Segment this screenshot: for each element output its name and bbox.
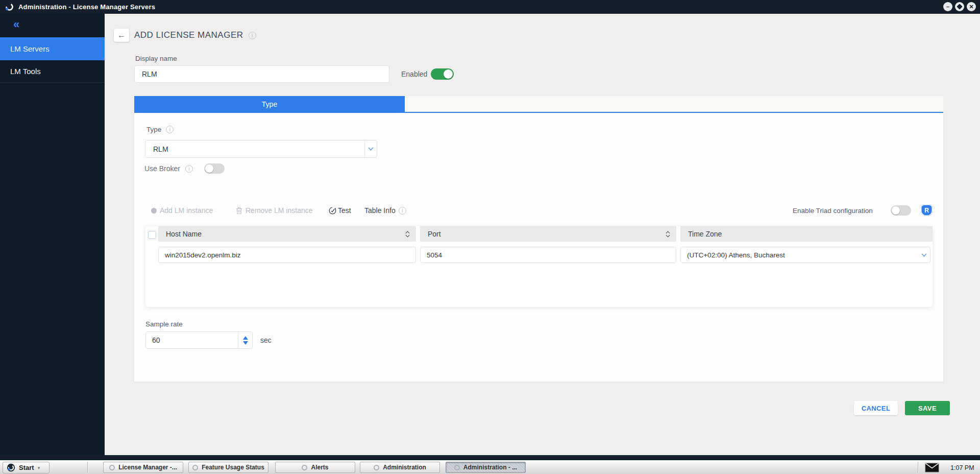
taskbar-item-administration-active[interactable]: Administration - ... xyxy=(446,462,526,473)
taskbar-item-label: License Manager -... xyxy=(118,464,177,471)
start-label: Start xyxy=(19,464,34,471)
use-broker-label: Use Broker xyxy=(144,164,180,173)
sidebar: « LM Servers LM Tools xyxy=(0,14,105,455)
test-button[interactable]: Test xyxy=(328,205,351,216)
time-zone-chevron-box xyxy=(918,247,930,263)
sidebar-item-label: LM Tools xyxy=(10,67,41,76)
test-icon xyxy=(328,206,337,215)
column-header-port[interactable]: Port xyxy=(420,226,676,242)
app-ring-icon xyxy=(374,465,379,470)
stepper-down-icon[interactable] xyxy=(243,341,248,345)
type-select[interactable]: RLM xyxy=(145,140,377,158)
taskbar-item-alerts[interactable]: Alerts xyxy=(275,462,355,473)
table-info-icon: i xyxy=(399,207,406,215)
table-info-label: Table Info xyxy=(364,206,396,215)
app-ring-icon xyxy=(192,465,198,470)
port-input[interactable] xyxy=(420,247,676,263)
window-title: Administration - License Manager Servers xyxy=(18,3,155,11)
toggle-knob xyxy=(205,164,213,173)
use-broker-toggle[interactable] xyxy=(204,163,225,174)
display-name-input[interactable] xyxy=(134,65,389,83)
start-button[interactable]: Start ▾ xyxy=(3,462,50,473)
save-button[interactable]: SAVE xyxy=(905,401,950,415)
enabled-label: Enabled xyxy=(401,65,427,83)
form-panel: Type i RLM Use Broker i xyxy=(134,113,943,382)
minimize-icon[interactable]: – xyxy=(943,2,952,11)
taskbar-item-administration[interactable]: Administration xyxy=(360,462,440,473)
add-instance-icon xyxy=(151,208,157,214)
chevron-down-icon xyxy=(921,253,927,257)
tab-bar: Type xyxy=(134,96,943,113)
type-info-icon[interactable]: i xyxy=(166,126,174,133)
mail-icon[interactable] xyxy=(925,463,939,472)
clock[interactable]: 1:07 PM xyxy=(950,461,974,474)
taskbar-item-license-manager[interactable]: License Manager -... xyxy=(103,462,183,473)
taskbar: Start ▾ License Manager -... Feature Usa… xyxy=(0,460,980,474)
taskbar-separator xyxy=(87,462,88,473)
app-logo-icon xyxy=(5,3,14,11)
taskbar-item-feature-usage-status[interactable]: Feature Usage Status xyxy=(188,462,268,473)
taskbar-item-label: Administration xyxy=(383,464,426,471)
time-zone-select[interactable]: (UTC+02:00) Athens, Bucharest xyxy=(680,247,930,263)
tray-separator xyxy=(918,462,919,473)
sample-rate-label: Sample rate xyxy=(145,320,183,328)
enable-triad-label: Enable Triad configuration xyxy=(793,205,873,216)
sidebar-item-lm-tools[interactable]: LM Tools xyxy=(0,60,105,83)
sidebar-item-label: LM Servers xyxy=(10,44,50,53)
sidebar-collapse-icon[interactable]: « xyxy=(0,14,105,37)
stepper-up-icon[interactable] xyxy=(243,336,248,340)
back-button[interactable]: ← xyxy=(114,29,129,42)
page-info-icon[interactable]: i xyxy=(249,32,256,39)
rlm-badge-icon[interactable]: R xyxy=(921,204,933,216)
sample-rate-input[interactable] xyxy=(146,332,238,348)
tab-type[interactable]: Type xyxy=(134,96,405,112)
toggle-knob xyxy=(892,206,900,215)
add-lm-instance-button[interactable]: Add LM instance xyxy=(151,205,213,216)
use-broker-row: Use Broker i xyxy=(144,163,225,174)
page-title: ADD LICENSE MANAGER xyxy=(134,30,243,40)
taskbar-item-label: Alerts xyxy=(311,464,328,471)
instances-table: Host Name Port xyxy=(145,226,933,307)
maximize-icon[interactable] xyxy=(955,2,964,11)
app-body: « LM Servers LM Tools ← ADD LICENSE MANA… xyxy=(0,14,980,455)
type-select-value: RLM xyxy=(153,145,168,153)
sort-icon[interactable] xyxy=(405,231,410,238)
test-label: Test xyxy=(338,206,351,215)
column-label: Time Zone xyxy=(688,230,722,238)
use-broker-info-icon[interactable]: i xyxy=(185,165,193,173)
table-info-button[interactable]: Table Info i xyxy=(364,205,406,216)
select-all-checkbox[interactable] xyxy=(148,231,156,239)
host-name-input[interactable] xyxy=(158,247,416,263)
column-header-time-zone[interactable]: Time Zone xyxy=(680,226,933,242)
page-header: ADD LICENSE MANAGER i xyxy=(134,29,256,42)
cancel-button[interactable]: CANCEL xyxy=(854,401,898,415)
time-zone-value: (UTC+02:00) Athens, Bucharest xyxy=(687,251,785,259)
sample-rate-stepper xyxy=(238,332,252,348)
toggle-knob xyxy=(444,69,453,79)
sort-icon[interactable] xyxy=(666,231,670,238)
column-label: Host Name xyxy=(166,230,202,238)
sidebar-item-lm-servers[interactable]: LM Servers xyxy=(0,37,105,60)
app-ring-icon xyxy=(109,465,115,470)
enabled-toggle[interactable] xyxy=(431,68,454,80)
enable-triad-toggle[interactable] xyxy=(891,205,911,216)
remove-lm-instance-button[interactable]: Remove LM instance xyxy=(236,205,313,216)
close-icon[interactable]: ✕ xyxy=(967,2,976,11)
type-select-chevron-box xyxy=(364,140,377,157)
window-bottom-edge xyxy=(0,455,980,460)
main-content: ← ADD LICENSE MANAGER i Display name Ena… xyxy=(105,14,980,455)
sample-rate-field xyxy=(145,331,253,349)
type-label-row: Type i xyxy=(146,126,174,133)
remove-instance-label: Remove LM instance xyxy=(246,206,313,215)
maximize-glyph xyxy=(957,4,962,9)
chevron-down-icon xyxy=(368,147,374,151)
sample-rate-unit: sec xyxy=(260,331,272,349)
display-name-label: Display name xyxy=(135,55,177,62)
taskbar-item-label: Administration - ... xyxy=(463,464,517,471)
app-ring-icon xyxy=(454,465,460,470)
type-label: Type xyxy=(146,126,161,133)
screen: Administration - License Manager Servers… xyxy=(0,0,980,474)
column-header-host-name[interactable]: Host Name xyxy=(158,226,416,242)
column-label: Port xyxy=(428,230,441,238)
start-caret-icon: ▾ xyxy=(38,465,40,470)
